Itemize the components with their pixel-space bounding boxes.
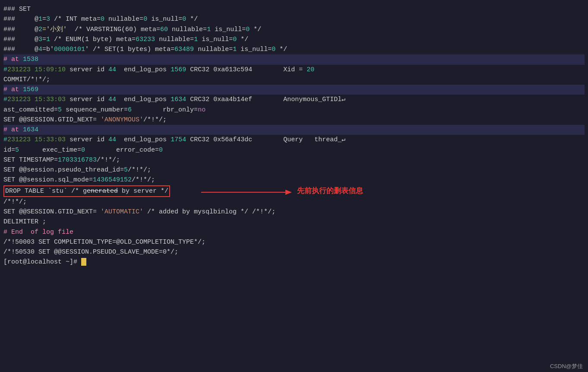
terminal-cursor	[81, 258, 86, 266]
code-line-25: /*!50530 SET @@SESSION.PSEUDO_SLAVE_MODE…	[3, 247, 585, 257]
terminal: ### SET ### @1=3 /* INT meta=0 nullable=…	[0, 0, 588, 372]
code-line-15: id=5 exec_time=0 error_code=0	[3, 145, 585, 155]
code-line-24: /*!50003 SET COMPLETION_TYPE=@OLD_COMPLE…	[3, 237, 585, 247]
drop-table-highlighted: DROP TABLE `stu` /* generated by server …	[3, 185, 170, 197]
annotation-arrow	[201, 186, 296, 198]
code-line-4: ### @3=1 /* ENUM(1 byte) meta=63233 null…	[3, 35, 585, 45]
code-line-drop-table: DROP TABLE `stu` /* generated by server …	[3, 185, 585, 197]
code-line-3: ### @2='小刘' /* VARSTRING(60) meta=60 nul…	[3, 25, 585, 35]
code-line-13: # at 1634	[3, 125, 585, 135]
code-line-22: DELIMITER ;	[3, 217, 585, 227]
code-line-11: ast_committed=5 sequence_number=6 rbr_on…	[3, 105, 585, 115]
code-line-12: SET @@SESSION.GTID_NEXT= 'ANONYMOUS'/*!*…	[3, 115, 585, 125]
code-line-5: ### @4=b'00000101' /* SET(1 bytes) meta=…	[3, 45, 585, 54]
code-line-prompt: [root@localhost ~]#	[3, 257, 585, 267]
code-line-14: #231223 15:33:03 server id 44 end_log_po…	[3, 135, 585, 145]
code-line-9: # at 1569	[3, 85, 585, 95]
code-line-7: #231223 15:09:10 server id 44 end_log_po…	[3, 65, 585, 75]
branding-text: CSDN@梦佳	[550, 363, 583, 369]
code-line-20: /*!*/;	[3, 197, 585, 207]
annotation-label: 先前执行的删表信息	[297, 185, 363, 197]
code-line-18: SET @@session.sql_mode=1436549152/*!*/;	[3, 175, 585, 185]
svg-marker-1	[285, 190, 292, 195]
code-line-10: #231223 15:33:03 server id 44 end_log_po…	[3, 95, 585, 105]
code-line-21: SET @@SESSION.GTID_NEXT= 'AUTOMATIC' /* …	[3, 207, 585, 217]
code-line-8: COMMIT/*!*/;	[3, 75, 585, 85]
code-line-23: # End of log file	[3, 227, 585, 237]
code-line-1: ### SET	[3, 4, 585, 14]
code-line-17: SET @@session.pseudo_thread_id=5/*!*/;	[3, 165, 585, 175]
code-line-16: SET TIMESTAMP=1703316783/*!*/;	[3, 155, 585, 165]
code-line-2: ### @1=3 /* INT meta=0 nullable=0 is_nul…	[3, 14, 585, 24]
code-line-6: # at 1538	[3, 54, 585, 64]
branding-bar: CSDN@梦佳	[545, 361, 588, 372]
